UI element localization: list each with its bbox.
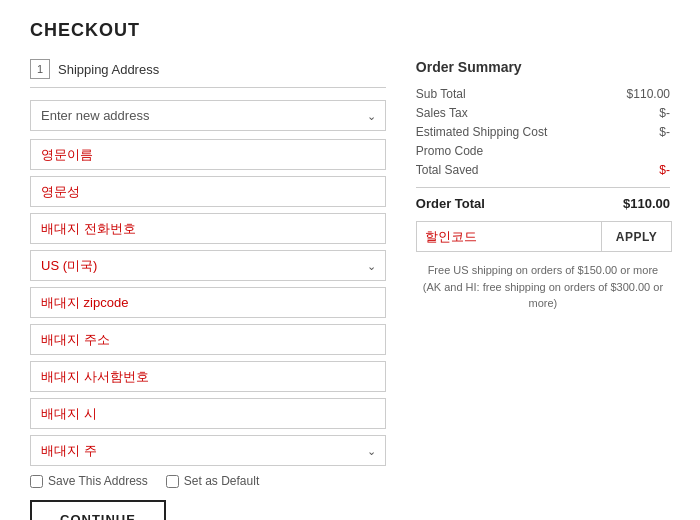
save-address-label[interactable]: Save This Address bbox=[30, 474, 148, 488]
promo-code-label: Promo Code bbox=[416, 144, 483, 158]
state-select[interactable]: 배대지 주 bbox=[30, 435, 386, 466]
country-select[interactable]: US (미국) bbox=[30, 250, 386, 281]
order-total-row: Order Total $110.00 bbox=[416, 187, 670, 211]
save-address-text: Save This Address bbox=[48, 474, 148, 488]
sales-tax-label: Sales Tax bbox=[416, 106, 468, 120]
address2-field[interactable] bbox=[30, 361, 386, 392]
sub-total-row: Sub Total $110.00 bbox=[416, 87, 670, 101]
right-section: Order Summary Sub Total $110.00 Sales Ta… bbox=[416, 59, 670, 520]
order-summary-title: Order Summary bbox=[416, 59, 670, 75]
step-badge: 1 bbox=[30, 59, 50, 79]
shipping-note: Free US shipping on orders of $150.00 or… bbox=[416, 262, 670, 312]
apply-button[interactable]: APPLY bbox=[601, 221, 672, 252]
sales-tax-value: $- bbox=[659, 106, 670, 120]
section-header: 1 Shipping Address bbox=[30, 59, 386, 88]
page-title: CHECKOUT bbox=[30, 20, 670, 41]
save-address-checkbox[interactable] bbox=[30, 475, 43, 488]
address-select-wrapper[interactable]: Enter new address ⌄ bbox=[30, 100, 386, 131]
set-default-checkbox[interactable] bbox=[166, 475, 179, 488]
shipping-cost-row: Estimated Shipping Cost $- bbox=[416, 125, 670, 139]
phone-field[interactable] bbox=[30, 213, 386, 244]
city-field[interactable] bbox=[30, 398, 386, 429]
set-default-label[interactable]: Set as Default bbox=[166, 474, 259, 488]
main-content: 1 Shipping Address Enter new address ⌄ U… bbox=[30, 59, 670, 520]
address1-field[interactable] bbox=[30, 324, 386, 355]
shipping-cost-label: Estimated Shipping Cost bbox=[416, 125, 547, 139]
address-select[interactable]: Enter new address bbox=[30, 100, 386, 131]
zipcode-field[interactable] bbox=[30, 287, 386, 318]
checkboxes-row: Save This Address Set as Default bbox=[30, 474, 386, 488]
continue-button[interactable]: CONTINUE bbox=[30, 500, 166, 520]
page-wrapper: CHECKOUT 1 Shipping Address Enter new ad… bbox=[0, 0, 700, 520]
set-default-text: Set as Default bbox=[184, 474, 259, 488]
sales-tax-row: Sales Tax $- bbox=[416, 106, 670, 120]
promo-code-row: Promo Code bbox=[416, 144, 670, 158]
order-total-value: $110.00 bbox=[623, 196, 670, 211]
first-name-field[interactable] bbox=[30, 139, 386, 170]
sub-total-value: $110.00 bbox=[627, 87, 670, 101]
promo-row: APPLY bbox=[416, 221, 670, 252]
shipping-cost-value: $- bbox=[659, 125, 670, 139]
last-name-field[interactable] bbox=[30, 176, 386, 207]
order-total-label: Order Total bbox=[416, 196, 485, 211]
promo-code-input[interactable] bbox=[416, 221, 601, 252]
total-saved-value: $- bbox=[659, 163, 670, 177]
country-select-wrapper[interactable]: US (미국) ⌄ bbox=[30, 250, 386, 281]
shipping-section-label: Shipping Address bbox=[58, 62, 159, 77]
total-saved-label: Total Saved bbox=[416, 163, 479, 177]
sub-total-label: Sub Total bbox=[416, 87, 466, 101]
total-saved-row: Total Saved $- bbox=[416, 163, 670, 177]
state-select-wrapper[interactable]: 배대지 주 ⌄ bbox=[30, 435, 386, 466]
left-section: 1 Shipping Address Enter new address ⌄ U… bbox=[30, 59, 386, 520]
